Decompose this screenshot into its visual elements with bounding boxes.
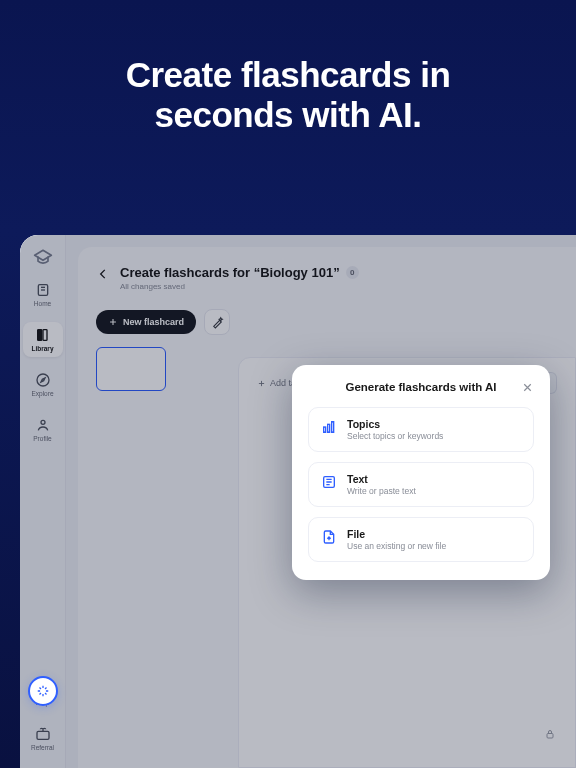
hero-line-2: seconds with AI. (155, 95, 422, 134)
generate-ai-modal: Generate flashcards with AI Topics Selec… (292, 365, 550, 580)
svg-rect-13 (328, 424, 330, 432)
svg-marker-6 (41, 378, 45, 382)
app-window: Home Library Explore Profile (20, 235, 576, 768)
svg-rect-12 (324, 427, 326, 432)
svg-rect-14 (332, 422, 334, 433)
sidebar-item-label: Profile (33, 435, 51, 442)
app-logo-icon (33, 247, 53, 267)
option-subtitle: Write or paste text (347, 486, 416, 496)
flashcard-thumbnail[interactable] (96, 347, 166, 391)
svg-point-5 (37, 374, 49, 386)
plus-icon (257, 379, 266, 388)
new-flashcard-button[interactable]: New flashcard (96, 310, 196, 334)
page-title: Create flashcards for “Biology 101” (120, 265, 340, 280)
svg-rect-4 (43, 330, 47, 341)
new-flashcard-label: New flashcard (123, 317, 184, 327)
option-file[interactable]: File Use an existing or new file (308, 517, 534, 562)
svg-rect-11 (547, 734, 553, 739)
sidebar-item-home[interactable]: Home (23, 277, 63, 312)
magic-wand-icon (211, 316, 224, 329)
sidebar: Home Library Explore Profile (20, 235, 66, 768)
home-icon (35, 282, 51, 298)
count-badge: 0 (346, 266, 359, 279)
option-subtitle: Use an existing or new file (347, 541, 446, 551)
sidebar-item-explore[interactable]: Explore (23, 367, 63, 402)
option-topics[interactable]: Topics Select topics or keywords (308, 407, 534, 452)
profile-icon (35, 417, 51, 433)
hero-headline: Create flashcards in seconds with AI. (0, 0, 576, 176)
sidebar-item-library[interactable]: Library (23, 322, 63, 357)
svg-rect-3 (37, 330, 41, 341)
compass-icon (35, 372, 51, 388)
toolbar: New flashcard (96, 309, 558, 335)
hero-line-1: Create flashcards in (126, 55, 451, 94)
page-header: Create flashcards for “Biology 101” 0 Al… (96, 265, 558, 291)
sidebar-item-label: Home (34, 300, 51, 307)
option-title: File (347, 528, 446, 540)
sidebar-item-label: Explore (31, 390, 53, 397)
library-icon (35, 327, 51, 343)
modal-title: Generate flashcards with AI (345, 381, 496, 393)
sidebar-item-label: Library (31, 345, 53, 352)
option-subtitle: Select topics or keywords (347, 431, 443, 441)
ai-generate-button[interactable] (204, 309, 230, 335)
plus-icon (108, 317, 118, 327)
option-title: Topics (347, 418, 443, 430)
modal-close-button[interactable] (521, 381, 534, 394)
svg-point-7 (41, 420, 45, 424)
text-icon (321, 474, 337, 490)
option-title: Text (347, 473, 416, 485)
svg-rect-10 (37, 731, 49, 739)
sidebar-item-referral[interactable]: Referral (23, 721, 63, 756)
referral-icon (35, 726, 51, 742)
option-text[interactable]: Text Write or paste text (308, 462, 534, 507)
topics-icon (321, 419, 337, 435)
sidebar-item-label: Referral (31, 744, 54, 751)
save-status: All changes saved (120, 282, 359, 291)
file-icon (321, 529, 337, 545)
create-fab-button[interactable] (28, 676, 58, 706)
back-button[interactable] (96, 267, 110, 281)
lock-icon (544, 728, 556, 740)
sparkle-icon (36, 684, 50, 698)
sidebar-item-profile[interactable]: Profile (23, 412, 63, 447)
